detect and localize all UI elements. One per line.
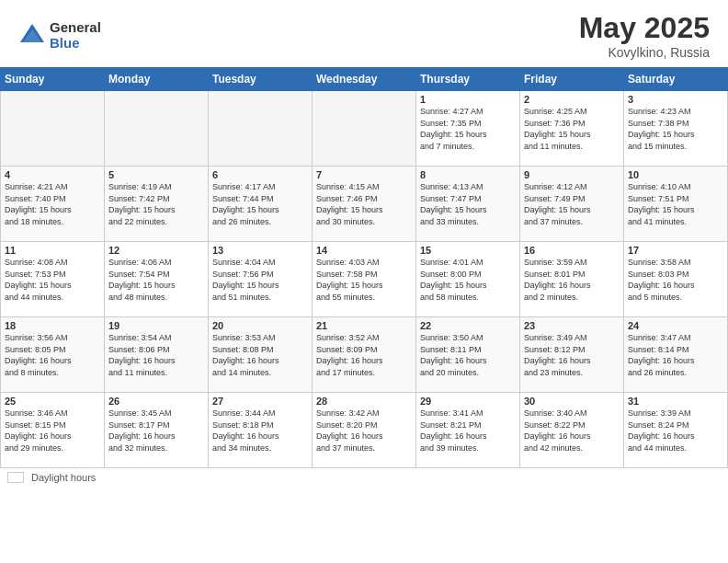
day-number: 1 bbox=[420, 94, 516, 105]
logo-general: General bbox=[50, 20, 101, 36]
calendar-cell: 23Sunrise: 3:49 AM Sunset: 8:12 PM Dayli… bbox=[520, 317, 624, 393]
calendar-cell: 6Sunrise: 4:17 AM Sunset: 7:44 PM Daylig… bbox=[209, 167, 313, 242]
day-info: Sunrise: 3:53 AM Sunset: 8:08 PM Dayligh… bbox=[212, 332, 308, 378]
footer: Daylight hours bbox=[0, 468, 728, 487]
day-number: 3 bbox=[628, 94, 723, 105]
calendar-cell: 5Sunrise: 4:19 AM Sunset: 7:42 PM Daylig… bbox=[105, 167, 209, 242]
calendar-cell: 11Sunrise: 4:08 AM Sunset: 7:53 PM Dayli… bbox=[1, 242, 105, 317]
calendar-cell bbox=[313, 91, 416, 167]
calendar-cell: 24Sunrise: 3:47 AM Sunset: 8:14 PM Dayli… bbox=[624, 317, 728, 393]
day-number: 26 bbox=[108, 396, 204, 407]
day-info: Sunrise: 3:40 AM Sunset: 8:22 PM Dayligh… bbox=[524, 408, 620, 454]
weekday-header-monday: Monday bbox=[105, 68, 209, 91]
day-info: Sunrise: 3:58 AM Sunset: 8:03 PM Dayligh… bbox=[628, 257, 723, 303]
calendar-cell: 10Sunrise: 4:10 AM Sunset: 7:51 PM Dayli… bbox=[624, 167, 728, 242]
weekday-header-sunday: Sunday bbox=[1, 68, 105, 91]
day-info: Sunrise: 3:54 AM Sunset: 8:06 PM Dayligh… bbox=[108, 332, 204, 378]
header: General Blue May 2025 Kovylkino, Russia bbox=[0, 0, 728, 67]
weekday-header-tuesday: Tuesday bbox=[209, 68, 313, 91]
day-number: 4 bbox=[5, 169, 100, 180]
day-info: Sunrise: 3:41 AM Sunset: 8:21 PM Dayligh… bbox=[420, 408, 516, 454]
day-info: Sunrise: 4:21 AM Sunset: 7:40 PM Dayligh… bbox=[5, 181, 100, 227]
day-info: Sunrise: 4:06 AM Sunset: 7:54 PM Dayligh… bbox=[108, 257, 204, 303]
calendar-cell: 14Sunrise: 4:03 AM Sunset: 7:58 PM Dayli… bbox=[313, 242, 416, 317]
calendar: SundayMondayTuesdayWednesdayThursdayFrid… bbox=[0, 67, 728, 468]
day-number: 2 bbox=[524, 94, 620, 105]
logo-blue: Blue bbox=[50, 36, 101, 52]
day-number: 10 bbox=[628, 169, 723, 180]
day-info: Sunrise: 4:08 AM Sunset: 7:53 PM Dayligh… bbox=[5, 257, 100, 303]
calendar-cell: 15Sunrise: 4:01 AM Sunset: 8:00 PM Dayli… bbox=[416, 242, 520, 317]
day-number: 6 bbox=[212, 169, 308, 180]
calendar-cell: 26Sunrise: 3:45 AM Sunset: 8:17 PM Dayli… bbox=[105, 393, 209, 468]
day-number: 31 bbox=[628, 396, 723, 407]
day-info: Sunrise: 3:49 AM Sunset: 8:12 PM Dayligh… bbox=[524, 332, 620, 378]
calendar-cell bbox=[209, 91, 313, 167]
footer-label: Daylight hours bbox=[31, 472, 96, 483]
calendar-cell: 25Sunrise: 3:46 AM Sunset: 8:15 PM Dayli… bbox=[1, 393, 105, 468]
day-number: 21 bbox=[316, 320, 412, 331]
day-number: 17 bbox=[628, 245, 723, 256]
calendar-cell: 27Sunrise: 3:44 AM Sunset: 8:18 PM Dayli… bbox=[209, 393, 313, 468]
calendar-cell bbox=[1, 91, 105, 167]
day-info: Sunrise: 4:27 AM Sunset: 7:35 PM Dayligh… bbox=[420, 106, 516, 152]
calendar-cell: 7Sunrise: 4:15 AM Sunset: 7:46 PM Daylig… bbox=[313, 167, 416, 242]
day-number: 11 bbox=[5, 245, 100, 256]
logo: General Blue bbox=[18, 20, 101, 51]
day-info: Sunrise: 4:03 AM Sunset: 7:58 PM Dayligh… bbox=[316, 257, 412, 303]
day-number: 27 bbox=[212, 396, 308, 407]
footer-box bbox=[7, 472, 24, 483]
day-info: Sunrise: 3:47 AM Sunset: 8:14 PM Dayligh… bbox=[628, 332, 723, 378]
day-number: 18 bbox=[5, 320, 100, 331]
day-info: Sunrise: 4:10 AM Sunset: 7:51 PM Dayligh… bbox=[628, 181, 723, 227]
calendar-cell: 29Sunrise: 3:41 AM Sunset: 8:21 PM Dayli… bbox=[416, 393, 520, 468]
day-number: 14 bbox=[316, 245, 412, 256]
day-info: Sunrise: 3:39 AM Sunset: 8:24 PM Dayligh… bbox=[628, 408, 723, 454]
day-number: 22 bbox=[420, 320, 516, 331]
day-number: 5 bbox=[108, 169, 204, 180]
calendar-cell: 22Sunrise: 3:50 AM Sunset: 8:11 PM Dayli… bbox=[416, 317, 520, 393]
calendar-cell: 4Sunrise: 4:21 AM Sunset: 7:40 PM Daylig… bbox=[1, 167, 105, 242]
day-number: 24 bbox=[628, 320, 723, 331]
day-number: 30 bbox=[524, 396, 620, 407]
calendar-cell: 2Sunrise: 4:25 AM Sunset: 7:36 PM Daylig… bbox=[520, 91, 624, 167]
calendar-cell: 30Sunrise: 3:40 AM Sunset: 8:22 PM Dayli… bbox=[520, 393, 624, 468]
logo-icon bbox=[18, 22, 46, 50]
day-number: 25 bbox=[5, 396, 100, 407]
day-number: 12 bbox=[108, 245, 204, 256]
day-info: Sunrise: 4:15 AM Sunset: 7:46 PM Dayligh… bbox=[316, 181, 412, 227]
calendar-cell bbox=[105, 91, 209, 167]
day-info: Sunrise: 3:42 AM Sunset: 8:20 PM Dayligh… bbox=[316, 408, 412, 454]
day-number: 8 bbox=[420, 169, 516, 180]
day-number: 20 bbox=[212, 320, 308, 331]
day-info: Sunrise: 3:44 AM Sunset: 8:18 PM Dayligh… bbox=[212, 408, 308, 454]
day-number: 19 bbox=[108, 320, 204, 331]
calendar-cell: 17Sunrise: 3:58 AM Sunset: 8:03 PM Dayli… bbox=[624, 242, 728, 317]
calendar-cell: 28Sunrise: 3:42 AM Sunset: 8:20 PM Dayli… bbox=[313, 393, 416, 468]
day-number: 28 bbox=[316, 396, 412, 407]
title-block: May 2025 Kovylkino, Russia bbox=[579, 11, 710, 60]
calendar-cell: 1Sunrise: 4:27 AM Sunset: 7:35 PM Daylig… bbox=[416, 91, 520, 167]
day-number: 13 bbox=[212, 245, 308, 256]
day-info: Sunrise: 3:59 AM Sunset: 8:01 PM Dayligh… bbox=[524, 257, 620, 303]
calendar-cell: 31Sunrise: 3:39 AM Sunset: 8:24 PM Dayli… bbox=[624, 393, 728, 468]
day-number: 23 bbox=[524, 320, 620, 331]
calendar-cell: 13Sunrise: 4:04 AM Sunset: 7:56 PM Dayli… bbox=[209, 242, 313, 317]
day-number: 9 bbox=[524, 169, 620, 180]
calendar-cell: 16Sunrise: 3:59 AM Sunset: 8:01 PM Dayli… bbox=[520, 242, 624, 317]
day-number: 29 bbox=[420, 396, 516, 407]
day-number: 15 bbox=[420, 245, 516, 256]
weekday-header-thursday: Thursday bbox=[416, 68, 520, 91]
day-info: Sunrise: 3:52 AM Sunset: 8:09 PM Dayligh… bbox=[316, 332, 412, 378]
day-info: Sunrise: 3:56 AM Sunset: 8:05 PM Dayligh… bbox=[5, 332, 100, 378]
day-info: Sunrise: 4:12 AM Sunset: 7:49 PM Dayligh… bbox=[524, 181, 620, 227]
day-info: Sunrise: 3:46 AM Sunset: 8:15 PM Dayligh… bbox=[5, 408, 100, 454]
day-info: Sunrise: 4:01 AM Sunset: 8:00 PM Dayligh… bbox=[420, 257, 516, 303]
day-info: Sunrise: 3:45 AM Sunset: 8:17 PM Dayligh… bbox=[108, 408, 204, 454]
title-location: Kovylkino, Russia bbox=[579, 45, 710, 60]
calendar-cell: 19Sunrise: 3:54 AM Sunset: 8:06 PM Dayli… bbox=[105, 317, 209, 393]
calendar-cell: 18Sunrise: 3:56 AM Sunset: 8:05 PM Dayli… bbox=[1, 317, 105, 393]
calendar-cell: 21Sunrise: 3:52 AM Sunset: 8:09 PM Dayli… bbox=[313, 317, 416, 393]
calendar-cell: 12Sunrise: 4:06 AM Sunset: 7:54 PM Dayli… bbox=[105, 242, 209, 317]
day-info: Sunrise: 3:50 AM Sunset: 8:11 PM Dayligh… bbox=[420, 332, 516, 378]
